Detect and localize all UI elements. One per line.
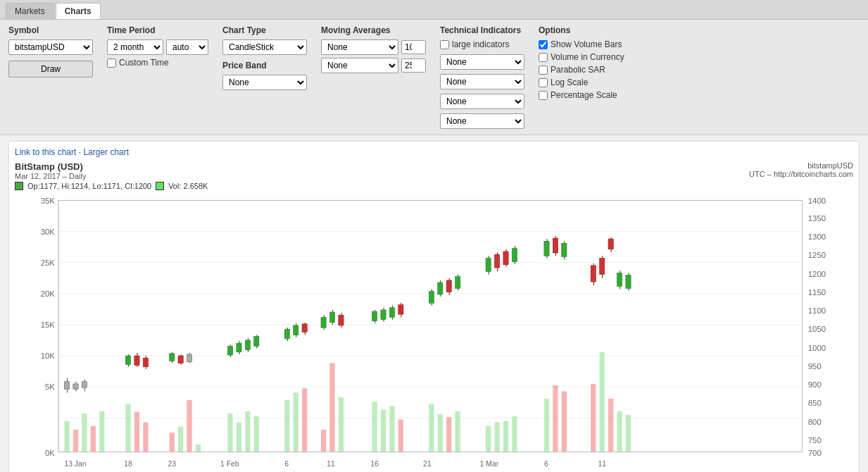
svg-text:0K: 0K — [45, 449, 55, 457]
svg-text:1 Feb: 1 Feb — [220, 460, 239, 468]
percentage-scale-label: Percentage Scale — [551, 90, 617, 100]
svg-rect-138 — [544, 241, 549, 256]
custom-time-checkbox[interactable] — [107, 58, 116, 68]
ohlc-icon — [15, 182, 23, 190]
svg-rect-80 — [82, 382, 87, 387]
svg-rect-102 — [284, 329, 289, 339]
svg-rect-57 — [389, 406, 394, 452]
svg-rect-104 — [294, 325, 298, 335]
svg-rect-142 — [562, 243, 567, 256]
large-indicators-checkbox[interactable] — [440, 40, 449, 49]
auto-select[interactable]: auto 30 60 90 — [166, 39, 208, 55]
percentage-scale-checkbox[interactable] — [539, 91, 548, 100]
svg-rect-116 — [381, 310, 386, 320]
ma1-number[interactable] — [401, 40, 426, 54]
tech-select-1[interactable]: NoneRSIMACD — [440, 54, 524, 70]
svg-rect-47 — [245, 411, 250, 452]
svg-rect-54 — [339, 397, 344, 452]
symbol-label: Symbol — [8, 25, 93, 35]
symbol-group: Symbol bitstampUSD coinbaseUSD krakenUSD… — [8, 25, 93, 77]
svg-rect-94 — [227, 346, 232, 355]
technical-indicators-label: Technical Indicators — [440, 25, 524, 35]
parabolic-sar-label: Parabolic SAR — [551, 65, 605, 75]
draw-button[interactable]: Draw — [8, 61, 93, 77]
vol-icon — [156, 182, 164, 190]
moving-averages-label: Moving Averages — [321, 25, 426, 35]
svg-text:850: 850 — [808, 399, 822, 407]
svg-rect-37 — [99, 411, 104, 452]
svg-rect-122 — [429, 292, 434, 304]
svg-text:35K: 35K — [41, 197, 56, 205]
svg-text:1350: 1350 — [808, 214, 826, 223]
svg-rect-146 — [600, 258, 605, 274]
tech-select-2[interactable]: NoneRSIMACD — [440, 74, 524, 89]
svg-rect-120 — [398, 305, 403, 315]
svg-rect-42 — [178, 427, 183, 452]
svg-rect-130 — [486, 258, 491, 271]
chart-container: 35K 30K 25K 20K 15K 10K 5K 0K 1400 1350 … — [15, 193, 853, 472]
svg-rect-70 — [591, 384, 596, 452]
svg-rect-74 — [626, 415, 631, 452]
tab-charts[interactable]: Charts — [56, 3, 101, 19]
svg-rect-45 — [227, 414, 232, 452]
chart-right-subtitle: UTC – http://bitcoincharts.com — [749, 170, 853, 178]
technical-indicators-group: Technical Indicators large indicators No… — [440, 25, 524, 129]
svg-rect-50 — [294, 393, 298, 452]
price-band-select[interactable]: None Bollinger Envelope — [222, 75, 307, 90]
svg-rect-63 — [486, 426, 491, 452]
svg-rect-76 — [64, 382, 69, 390]
svg-rect-56 — [381, 410, 386, 452]
larger-chart-link[interactable]: Larger chart — [83, 147, 129, 157]
svg-rect-90 — [178, 356, 183, 364]
svg-text:700: 700 — [808, 449, 822, 457]
show-volume-bars-checkbox[interactable] — [539, 40, 548, 49]
svg-rect-73 — [617, 411, 622, 452]
period-select[interactable]: 1 week 2 week 1 month 2 month 3 month 6 … — [107, 39, 163, 55]
svg-rect-39 — [134, 412, 139, 452]
symbol-select[interactable]: bitstampUSD coinbaseUSD krakenUSD — [8, 39, 93, 55]
log-scale-checkbox[interactable] — [539, 78, 548, 87]
time-period-group: Time Period 1 week 2 week 1 month 2 mont… — [107, 25, 208, 68]
svg-text:25K: 25K — [41, 259, 56, 267]
svg-rect-68 — [553, 385, 558, 452]
svg-rect-52 — [321, 430, 326, 452]
chart-links: Link to this chart · Larger chart — [15, 147, 853, 157]
svg-text:18: 18 — [124, 460, 132, 468]
svg-rect-144 — [591, 266, 596, 282]
ma2-select[interactable]: NoneSMAEMAWMA — [321, 58, 398, 73]
svg-rect-67 — [544, 399, 549, 452]
options-label: Options — [539, 25, 624, 35]
svg-rect-96 — [237, 343, 241, 352]
volume-in-currency-checkbox[interactable] — [539, 53, 548, 62]
svg-text:1 Mar: 1 Mar — [480, 460, 499, 468]
svg-rect-136 — [512, 249, 517, 262]
tab-markets[interactable]: Markets — [6, 3, 54, 19]
tab-bar: Markets Charts — [0, 0, 868, 20]
svg-text:6: 6 — [284, 460, 289, 468]
svg-text:1400: 1400 — [808, 197, 826, 205]
svg-rect-92 — [187, 354, 191, 362]
svg-rect-150 — [617, 273, 622, 286]
ma2-number[interactable] — [401, 58, 426, 73]
svg-rect-64 — [494, 423, 499, 452]
top-bar: Symbol bitstampUSD coinbaseUSD krakenUSD… — [0, 20, 868, 135]
chart-type-select[interactable]: CandleStick OHLC Line Step — [222, 39, 307, 55]
svg-rect-60 — [438, 414, 443, 452]
svg-rect-53 — [329, 364, 334, 452]
options-group: Options Show Volume Bars Volume in Curre… — [539, 25, 624, 100]
svg-rect-128 — [455, 277, 460, 289]
ma1-select[interactable]: NoneSMAEMAWMA — [321, 39, 398, 55]
svg-rect-78 — [73, 384, 78, 389]
chart-ohlc-row: Op:1177, Hi:1214, Lo:1171, Cl:1200 Vol: … — [15, 182, 853, 190]
svg-rect-98 — [245, 340, 250, 350]
svg-rect-152 — [626, 275, 631, 289]
svg-rect-106 — [302, 324, 307, 333]
custom-time-label: Custom Time — [119, 58, 169, 68]
parabolic-sar-checkbox[interactable] — [539, 66, 548, 75]
tech-select-3[interactable]: NoneRSIMACD — [440, 94, 524, 109]
link-to-chart[interactable]: Link to this chart — [15, 147, 76, 157]
tech-select-4[interactable]: NoneRSIMACD — [440, 113, 524, 129]
svg-rect-41 — [170, 433, 175, 452]
svg-text:1000: 1000 — [808, 344, 826, 352]
svg-text:5K: 5K — [45, 383, 55, 391]
